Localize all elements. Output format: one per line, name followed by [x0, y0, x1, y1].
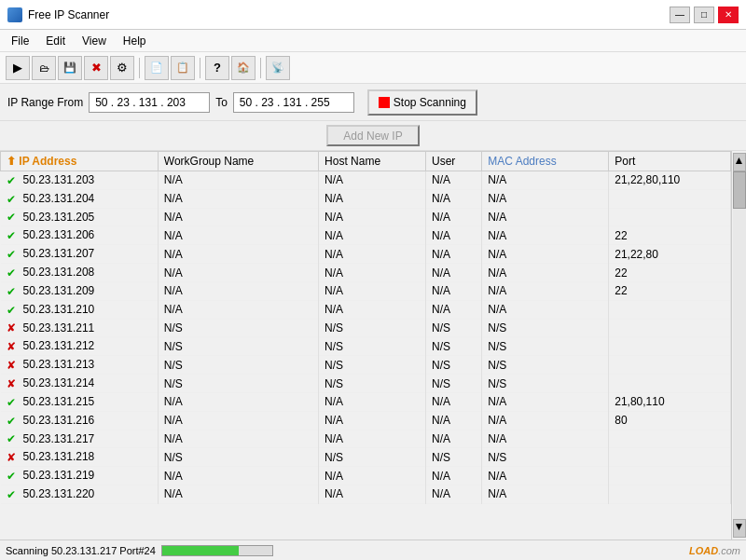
cell-user: N/S — [426, 319, 482, 337]
table-row[interactable]: 50.23.131.217 N/A N/A N/A N/A — [1, 430, 731, 448]
cell-mac: N/A — [482, 485, 609, 504]
cell-ip: 50.23.131.210 — [1, 300, 159, 319]
help-button[interactable]: ? — [205, 56, 229, 80]
cell-mac: N/A — [482, 264, 609, 282]
table-scroll[interactable]: ⬆ IP Address WorkGroup Name Host Name Us… — [0, 151, 731, 540]
table-row[interactable]: 50.23.131.218 N/S N/S N/S N/S — [1, 448, 731, 467]
cell-workgroup: N/A — [158, 226, 318, 245]
title-bar-controls: — □ ✕ — [670, 7, 739, 23]
title-bar: Free IP Scanner — □ ✕ — [0, 0, 746, 30]
scrollbar-thumb[interactable] — [733, 171, 746, 209]
table-row[interactable]: 50.23.131.216 N/A N/A N/A N/A 80 — [1, 411, 731, 430]
col-workgroup[interactable]: WorkGroup Name — [158, 152, 318, 171]
status-text: Scanning 50.23.131.217 Port#24 — [6, 545, 156, 556]
cell-port: 21,80,110 — [609, 392, 731, 411]
table-row[interactable]: 50.23.131.219 N/A N/A N/A N/A — [1, 467, 731, 485]
cell-user: N/A — [426, 485, 482, 504]
cell-hostname: N/A — [319, 226, 426, 245]
cell-ip: 50.23.131.217 — [1, 430, 159, 448]
ip-range-to-label: To — [215, 96, 228, 109]
ip-range-to-input[interactable] — [233, 92, 354, 113]
cell-user: N/S — [426, 448, 482, 467]
status-progress-bar — [161, 545, 273, 556]
cell-workgroup: N/A — [158, 208, 318, 226]
col-hostname[interactable]: Host Name — [319, 152, 426, 171]
export2-button[interactable]: 📋 — [171, 56, 195, 80]
app-icon — [7, 7, 22, 22]
table-row[interactable]: 50.23.131.213 N/S N/S N/S N/S — [1, 356, 731, 375]
cell-user: N/A — [426, 467, 482, 485]
table-row[interactable]: 50.23.131.214 N/S N/S N/S N/S — [1, 375, 731, 393]
cell-mac: N/A — [482, 300, 609, 319]
settings-button[interactable]: ⚙ — [110, 56, 134, 80]
menu-file[interactable]: File — [4, 33, 36, 49]
cell-hostname: N/A — [319, 208, 426, 226]
close-button[interactable]: ✕ — [718, 7, 739, 23]
table-row[interactable]: 50.23.131.211 N/S N/S N/S N/S — [1, 319, 731, 337]
cell-user: N/A — [426, 245, 482, 264]
minimize-button[interactable]: — — [670, 7, 690, 23]
save-button[interactable]: 💾 — [58, 56, 82, 80]
cell-ip: 50.23.131.220 — [1, 485, 159, 504]
check-icon — [7, 488, 20, 501]
check-icon — [7, 304, 20, 317]
cell-user: N/A — [426, 300, 482, 319]
cell-ip: 50.23.131.211 — [1, 319, 159, 337]
col-ip-address[interactable]: ⬆ IP Address — [1, 152, 159, 171]
menu-bar: File Edit View Help — [0, 30, 746, 52]
table-row[interactable]: 50.23.131.212 N/S N/S N/S N/S — [1, 337, 731, 356]
scrollbar-up-arrow[interactable]: ▲ — [733, 153, 746, 171]
cell-ip: 50.23.131.213 — [1, 356, 159, 375]
cell-mac: N/A — [482, 208, 609, 226]
cell-port — [609, 485, 731, 504]
cell-ip: 50.23.131.208 — [1, 264, 159, 282]
cell-mac: N/S — [482, 337, 609, 356]
col-user[interactable]: User — [426, 152, 482, 171]
home-button[interactable]: 🏠 — [231, 56, 256, 80]
scrollbar-down-arrow[interactable]: ▼ — [733, 519, 746, 538]
cell-hostname: N/A — [319, 392, 426, 411]
cell-port — [609, 375, 731, 393]
cell-workgroup: N/A — [158, 485, 318, 504]
check-icon — [7, 248, 20, 261]
cell-hostname: N/A — [319, 467, 426, 485]
cell-user: N/S — [426, 356, 482, 375]
table-row[interactable]: 50.23.131.215 N/A N/A N/A N/A 21,80,110 — [1, 392, 731, 411]
cell-user: N/A — [426, 208, 482, 226]
table-row[interactable]: 50.23.131.206 N/A N/A N/A N/A 22 — [1, 226, 731, 245]
table-row[interactable]: 50.23.131.220 N/A N/A N/A N/A — [1, 485, 731, 504]
cell-workgroup: N/A — [158, 430, 318, 448]
check-icon — [7, 193, 20, 206]
cell-ip: 50.23.131.212 — [1, 337, 159, 356]
scan-button[interactable]: 📡 — [266, 56, 290, 80]
delete-button[interactable]: ✖ — [84, 56, 108, 80]
table-row[interactable]: 50.23.131.205 N/A N/A N/A N/A — [1, 208, 731, 226]
check-icon — [7, 432, 20, 445]
menu-help[interactable]: Help — [116, 33, 154, 49]
maximize-button[interactable]: □ — [694, 7, 714, 23]
add-new-ip-button[interactable]: Add New IP — [326, 125, 419, 146]
menu-view[interactable]: View — [75, 33, 114, 49]
table-row[interactable]: 50.23.131.207 N/A N/A N/A N/A 21,22,80 — [1, 245, 731, 264]
open-button[interactable]: 🗁 — [32, 56, 56, 80]
cell-port — [609, 337, 731, 356]
table-row[interactable]: 50.23.131.209 N/A N/A N/A N/A 22 — [1, 281, 731, 300]
stop-icon — [379, 97, 390, 108]
table-row[interactable]: 50.23.131.208 N/A N/A N/A N/A 22 — [1, 264, 731, 282]
table-row[interactable]: 50.23.131.204 N/A N/A N/A N/A — [1, 189, 731, 208]
export-button[interactable]: 📄 — [145, 56, 169, 80]
play-button[interactable]: ▶ — [6, 56, 30, 80]
cell-user: N/A — [426, 411, 482, 430]
col-port[interactable]: Port — [609, 152, 731, 171]
col-mac[interactable]: MAC Address — [482, 152, 609, 171]
stop-scanning-button[interactable]: Stop Scanning — [367, 89, 477, 116]
cell-port — [609, 448, 731, 467]
table-row[interactable]: 50.23.131.203 N/A N/A N/A N/A 21,22,80,1… — [1, 171, 731, 190]
menu-edit[interactable]: Edit — [38, 33, 73, 49]
cell-user: N/S — [426, 375, 482, 393]
cell-port — [609, 467, 731, 485]
cell-port: 80 — [609, 411, 731, 430]
ip-range-from-input[interactable] — [89, 92, 210, 113]
table-row[interactable]: 50.23.131.210 N/A N/A N/A N/A — [1, 300, 731, 319]
cross-icon — [7, 359, 20, 372]
